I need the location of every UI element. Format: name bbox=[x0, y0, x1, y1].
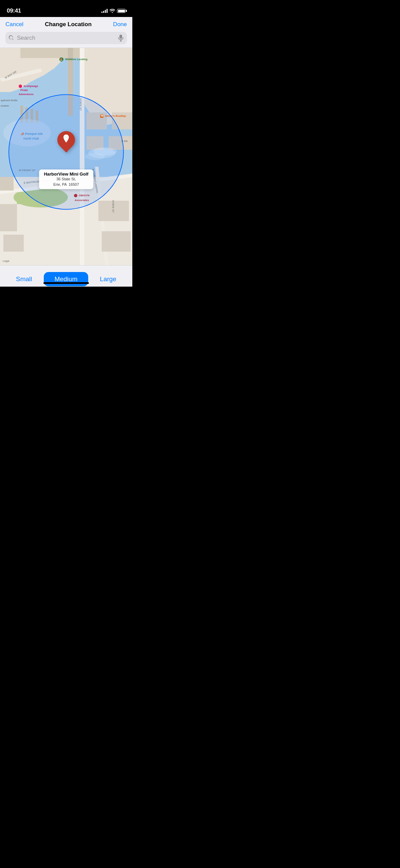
svg-rect-15 bbox=[80, 48, 84, 265]
search-input[interactable] bbox=[17, 35, 115, 41]
status-time: 09:41 bbox=[7, 7, 21, 14]
svg-rect-29 bbox=[109, 136, 132, 150]
search-bar[interactable] bbox=[5, 32, 127, 44]
svg-rect-21 bbox=[98, 201, 129, 221]
svg-rect-7 bbox=[66, 58, 73, 60]
pin-icon bbox=[63, 134, 70, 145]
svg-rect-23 bbox=[3, 235, 24, 252]
signal-icon bbox=[101, 9, 108, 13]
search-icon bbox=[9, 35, 14, 41]
location-address: 36 State St,Erie, PA 16507 bbox=[42, 177, 90, 187]
small-button[interactable]: Small bbox=[9, 273, 39, 286]
location-name: HarborView Mini Golf bbox=[42, 171, 90, 177]
header-nav: Cancel Change Location Done bbox=[5, 21, 127, 28]
wifi-icon bbox=[110, 9, 115, 13]
pin-head bbox=[54, 127, 79, 152]
svg-rect-25 bbox=[0, 177, 14, 191]
status-icons bbox=[101, 9, 126, 13]
svg-rect-27 bbox=[112, 112, 132, 129]
location-pin[interactable] bbox=[57, 131, 75, 152]
map-view[interactable]: ⛵ Dobbins Landing W BAY DR Scallywags Pi… bbox=[0, 48, 132, 265]
page-title: Change Location bbox=[45, 21, 92, 28]
medium-button[interactable]: Medium bbox=[44, 272, 89, 286]
mic-icon[interactable] bbox=[118, 35, 123, 41]
svg-point-32 bbox=[85, 153, 105, 160]
svg-rect-26 bbox=[87, 112, 107, 129]
home-indicator bbox=[43, 282, 89, 284]
cancel-button[interactable]: Cancel bbox=[5, 21, 23, 28]
battery-icon bbox=[117, 9, 126, 13]
svg-rect-24 bbox=[102, 231, 131, 252]
large-button[interactable]: Large bbox=[93, 273, 123, 286]
map-background bbox=[0, 48, 132, 265]
status-bar: 09:41 bbox=[0, 0, 132, 17]
done-button[interactable]: Done bbox=[113, 21, 127, 28]
svg-rect-22 bbox=[0, 204, 17, 231]
svg-point-33 bbox=[3, 119, 51, 146]
svg-rect-13 bbox=[17, 191, 61, 204]
location-callout: HarborView Mini Golf 36 State St,Erie, P… bbox=[39, 169, 93, 189]
legal-text: Legal bbox=[3, 259, 9, 263]
header: Cancel Change Location Done bbox=[0, 17, 132, 48]
